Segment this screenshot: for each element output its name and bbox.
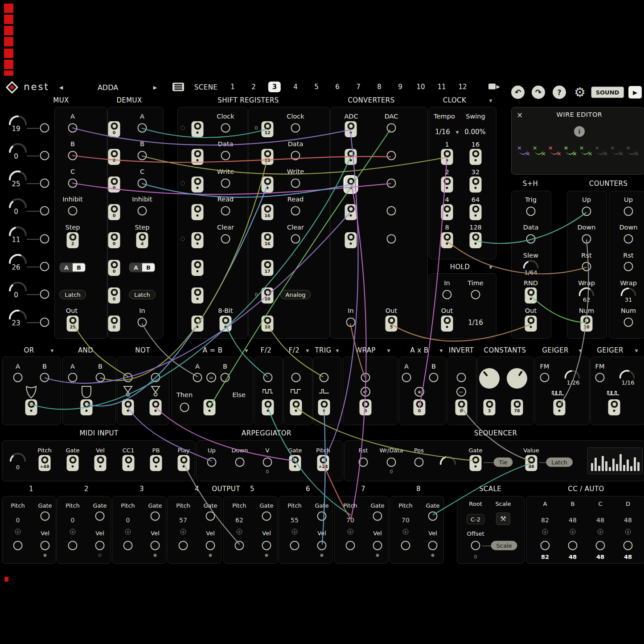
srl-read-jack[interactable]	[221, 206, 230, 216]
invert-out-jack[interactable]: 0	[455, 399, 468, 415]
geiger1-dropdown-icon[interactable]: ▼	[579, 349, 582, 353]
counter2-down-jack[interactable]	[624, 234, 633, 244]
mux-input-jack-4[interactable]	[40, 206, 49, 216]
scene-4[interactable]: 4	[289, 82, 302, 92]
seq-gate-jack[interactable]	[470, 455, 482, 471]
srl-cell-2[interactable]	[192, 149, 204, 165]
mux-step-jack[interactable]: 2	[67, 232, 79, 248]
demux-out-jack-4[interactable]: 0	[108, 204, 120, 220]
hold-dropdown-icon[interactable]: ▼	[489, 265, 492, 270]
wire-cut-icon[interactable]: ×	[579, 145, 592, 157]
clock-div-jack-32[interactable]	[470, 176, 482, 193]
srl-cell-6[interactable]	[192, 260, 204, 276]
constant2-knob[interactable]	[507, 368, 527, 389]
scene-10[interactable]: 10	[412, 82, 429, 92]
out-vel-jack[interactable]	[262, 541, 271, 550]
scene-7[interactable]: 7	[352, 82, 365, 92]
trig-dropdown-icon[interactable]: ▼	[336, 349, 339, 353]
and-out-jack[interactable]	[81, 399, 93, 415]
out-pitch-jack[interactable]	[68, 541, 78, 550]
geiger2-out-jack[interactable]	[608, 399, 620, 415]
mux-latch-button[interactable]: Latch	[59, 290, 86, 299]
out-vel-jack[interactable]	[95, 541, 105, 550]
sh-trig-jack[interactable]	[526, 207, 536, 216]
midi-vel-jack[interactable]	[94, 455, 107, 471]
out-pitch-value[interactable]: 62	[235, 517, 243, 524]
mux-input-jack-3[interactable]	[40, 179, 49, 188]
midi-knob[interactable]	[9, 452, 27, 462]
aeqb-out-jack[interactable]	[204, 399, 216, 415]
demux-a-jack[interactable]	[138, 123, 147, 133]
scale-offset-jack[interactable]	[471, 541, 480, 550]
transpose-icon[interactable]: +	[570, 529, 576, 535]
midi-play-jack[interactable]	[178, 455, 190, 471]
adc-bit-jack-2[interactable]	[345, 149, 357, 165]
geiger2-rate-knob[interactable]	[619, 370, 636, 379]
scene-3-active[interactable]: 3	[268, 82, 281, 92]
mux-input-jack-8[interactable]	[40, 318, 49, 327]
adc-in-jack[interactable]	[346, 318, 356, 327]
wire-cut-icon[interactable]: ×	[564, 145, 577, 157]
out-gate-jack[interactable]	[428, 512, 438, 521]
scale-root-value[interactable]: C-2	[467, 514, 484, 525]
f2b-in-jack[interactable]	[291, 373, 301, 382]
hold-time-jack[interactable]	[471, 290, 480, 299]
geiger1-out-jack[interactable]	[554, 399, 566, 415]
mux-input-knob-6[interactable]	[8, 254, 28, 264]
or-out-jack[interactable]	[25, 399, 37, 415]
f2a-in-jack[interactable]	[263, 373, 273, 382]
transpose-icon[interactable]: +	[15, 529, 21, 535]
counter2-num-jack[interactable]	[624, 318, 633, 327]
srl-cell-4[interactable]	[192, 204, 204, 220]
constant1-out-jack[interactable]: 3	[484, 399, 496, 415]
out-gate-jack[interactable]	[262, 512, 271, 521]
aeqb-dropdown-icon[interactable]: ▼	[245, 349, 248, 353]
mux-input-knob-5[interactable]	[8, 226, 28, 237]
f2-dropdown-icon[interactable]: ▼	[306, 349, 309, 353]
clock-div-jack-1[interactable]	[441, 149, 453, 165]
not2-out-jack[interactable]	[150, 399, 162, 415]
counter1-num-jack[interactable]: 10	[581, 316, 593, 332]
sh-out-jack[interactable]	[525, 316, 537, 332]
geiger2-fm-jack[interactable]	[595, 373, 605, 382]
out-pitch-value[interactable]: 70	[402, 517, 410, 524]
help-icon[interactable]: ?	[553, 86, 566, 99]
sound-button[interactable]: SOUND	[591, 87, 624, 98]
srr-cell-6[interactable]: 17	[262, 260, 274, 276]
counter2-up-jack[interactable]	[624, 207, 633, 216]
out-pitch-value[interactable]: 0	[71, 517, 75, 524]
out-vel-jack[interactable]	[428, 541, 438, 550]
transpose-icon[interactable]: +	[125, 529, 131, 535]
tempo-value[interactable]: 1/16	[435, 128, 450, 136]
analog-button[interactable]: Analog	[280, 290, 311, 299]
wire-cut-icon[interactable]: ×	[517, 145, 530, 157]
counter1-wrap-knob[interactable]	[578, 287, 595, 297]
midi-pb-jack[interactable]	[150, 455, 162, 471]
arp-gate-jack[interactable]	[289, 455, 301, 471]
transpose-icon[interactable]: +	[598, 529, 603, 535]
transpose-icon[interactable]: +	[348, 529, 353, 535]
copy-scene-icon[interactable]: ▶	[488, 83, 496, 91]
scene-11[interactable]: 11	[433, 82, 450, 92]
aeqb-a-jack[interactable]	[193, 373, 202, 382]
scene-12[interactable]: 12	[454, 82, 471, 92]
hold-out-jack[interactable]	[441, 316, 453, 332]
mux-input-jack-7[interactable]	[40, 290, 49, 299]
clock-dropdown-icon[interactable]: ▼	[489, 98, 492, 103]
mux-input-jack-6[interactable]	[40, 262, 49, 271]
wrap-out-jack[interactable]: 0	[360, 399, 372, 415]
mux-ab-toggle[interactable]: AB	[60, 263, 86, 272]
demux-inhibit-jack[interactable]	[138, 206, 147, 216]
hold-time-value[interactable]: 1/16	[468, 319, 483, 327]
mux-input-knob-4[interactable]	[8, 198, 28, 209]
srr-cell-8[interactable]: 10	[262, 316, 274, 332]
arp-v-jack[interactable]	[263, 458, 272, 467]
out-gate-jack[interactable]	[41, 512, 50, 521]
demux-out-jack-2[interactable]: 0	[108, 149, 120, 165]
scene-8[interactable]: 8	[373, 82, 386, 92]
demux-out-jack-5[interactable]: 0	[108, 232, 120, 248]
constant1-knob[interactable]	[479, 368, 500, 389]
wire-cut-icon[interactable]: ×	[626, 145, 639, 157]
wire-cut-icon[interactable]: ×	[533, 145, 546, 157]
axb-out-jack[interactable]: 0	[414, 399, 426, 415]
